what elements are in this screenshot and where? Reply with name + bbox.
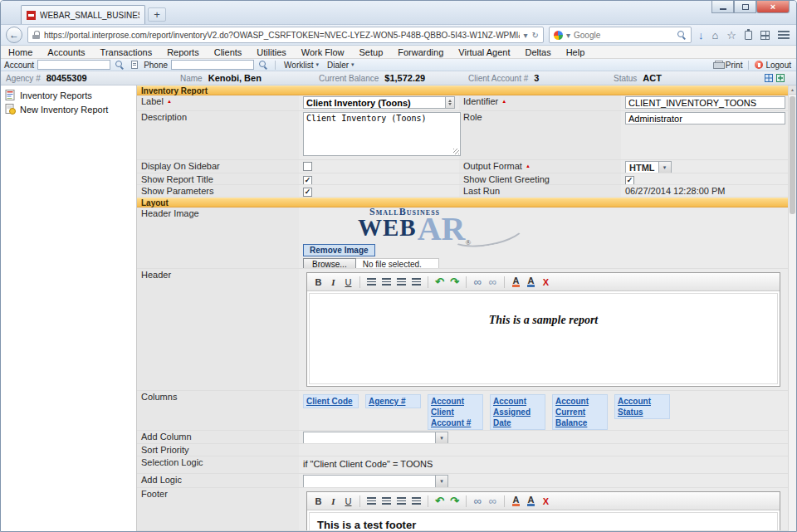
align-left-button[interactable] [364,494,379,508]
account-input[interactable] [37,60,110,70]
italic-button[interactable]: I [326,275,340,289]
print-button[interactable]: Print [713,61,743,70]
link-button[interactable]: ∞ [471,275,485,289]
menu-transactions[interactable]: Transactions [93,47,160,57]
underline-button[interactable]: U [341,494,355,508]
highlight-color-button[interactable]: A [524,494,538,508]
panel-tile-icon[interactable] [765,74,773,82]
show-parameters-checkbox[interactable] [303,188,312,197]
back-button[interactable]: ← [6,27,22,43]
apps-grid-icon[interactable] [760,31,770,40]
menu-setup[interactable]: Setup [352,47,391,57]
show-client-greeting-checkbox[interactable] [625,176,634,185]
menu-forwarding[interactable]: Forwarding [390,47,451,57]
browser-tab[interactable]: WEBAR_SMALL_BUSINESS_DE... [21,5,145,24]
align-center-button[interactable] [379,275,394,289]
url-bar[interactable]: ▾ ↻ [27,27,544,43]
menu-workflow[interactable]: Work Flow [294,47,352,57]
link-button[interactable]: ∞ [471,494,485,508]
display-on-sidebar-checkbox[interactable] [303,162,312,171]
column-chip[interactable]: Account Assigned Date [490,394,545,430]
phone-search-button[interactable] [257,60,269,71]
align-justify-button[interactable] [409,275,423,289]
home-icon[interactable]: ⌂ [711,29,718,41]
column-chip[interactable]: Account Status [614,394,670,419]
italic-button[interactable]: I [326,494,340,508]
remove-format-button[interactable]: X [539,494,553,508]
column-chip[interactable]: Client Code [303,394,359,408]
redo-button[interactable]: ↷ [447,275,462,289]
font-color-button[interactable]: A [509,494,523,508]
align-center-button[interactable] [379,494,394,508]
stepper-icon[interactable] [446,96,455,109]
logout-button[interactable]: Logout [755,61,791,70]
underline-button[interactable]: U [341,275,355,289]
menu-clients[interactable]: Clients [207,47,250,57]
add-column-select[interactable]: ▾ [303,432,448,444]
remove-format-button[interactable]: X [539,275,553,289]
redo-button[interactable]: ↷ [447,494,462,508]
column-chip[interactable]: Account Client Account # [428,394,483,430]
bold-button[interactable]: B [311,494,325,508]
vertical-scrollbar[interactable]: ▲ [788,85,796,531]
clipboard-icon[interactable] [745,31,752,40]
identifier-input[interactable] [625,96,785,109]
account-lookup-button[interactable] [129,60,140,71]
highlight-color-button[interactable]: A [524,275,538,289]
sidebar-item-inventory-reports[interactable]: Inventory Reports [1,88,136,102]
role-input[interactable] [625,112,785,124]
undo-button[interactable]: ↶ [433,275,447,289]
label-input[interactable] [303,96,446,109]
menu-home[interactable]: Home [1,47,40,57]
menu-utilities[interactable]: Utilities [249,47,293,57]
worklist-dropdown[interactable]: Worklist ▾ [281,61,321,70]
bookmark-star-icon[interactable]: ☆ [726,29,736,41]
show-report-title-checkbox[interactable] [303,176,312,185]
dialer-dropdown[interactable]: Dialer ▾ [325,61,357,70]
search-icon[interactable] [677,31,687,40]
align-right-button[interactable] [394,494,408,508]
account-search-button[interactable] [114,60,125,71]
reload-icon[interactable]: ↻ [532,31,539,40]
url-dropdown-icon[interactable]: ▾ [524,31,528,40]
close-button[interactable]: × [756,1,790,13]
undo-button[interactable]: ↶ [433,494,447,508]
align-justify-button[interactable] [409,494,423,508]
menu-deltas[interactable]: Deltas [517,47,558,57]
menu-help[interactable]: Help [559,47,593,57]
header-editor-content[interactable]: This is a sample report [309,293,778,384]
new-tab-button[interactable]: + [148,7,166,22]
hamburger-menu-icon[interactable] [778,31,790,39]
scroll-up-button[interactable]: ▲ [789,85,796,95]
footer-editor-content[interactable]: This is a test footer [309,512,778,531]
scrollbar-thumb[interactable] [790,96,795,214]
search-input[interactable] [574,31,674,40]
description-textarea[interactable]: Client Inventory (Toons) [303,112,461,156]
maximize-button[interactable] [734,1,756,13]
unlink-button[interactable]: ∞ [486,275,500,289]
phone-input[interactable] [171,60,254,70]
search-engine-icon[interactable] [554,31,563,40]
menu-accounts[interactable]: Accounts [40,47,92,57]
column-chip[interactable]: Account Current Balance [552,394,608,430]
search-engine-caret-icon[interactable]: ▾ [566,31,570,40]
add-logic-select[interactable]: ▾ [303,475,448,488]
minimize-button[interactable] [711,1,734,13]
menu-virtual-agent[interactable]: Virtual Agent [451,47,517,57]
header-rich-text-editor[interactable]: B I U ↶ ↷ ∞ [306,272,780,387]
bold-button[interactable]: B [311,275,325,289]
unlink-button[interactable]: ∞ [486,494,500,508]
menu-reports[interactable]: Reports [159,47,207,57]
sidebar-item-new-inventory-report[interactable]: New Inventory Report [1,102,136,116]
font-color-button[interactable]: A [509,275,523,289]
downloads-icon[interactable]: ↓ [698,29,704,41]
browse-button[interactable]: Browse... [303,258,356,269]
output-format-select[interactable]: HTML ▾ [625,161,672,173]
panel-add-icon[interactable] [776,74,785,82]
align-right-button[interactable] [394,275,408,289]
resize-grip-icon[interactable] [453,149,459,154]
align-left-button[interactable] [364,275,379,289]
footer-rich-text-editor[interactable]: B I U ↶ ↷ ∞ [306,491,780,531]
search-bar[interactable]: ▾ [549,27,692,43]
column-chip[interactable]: Agency # [365,394,421,408]
